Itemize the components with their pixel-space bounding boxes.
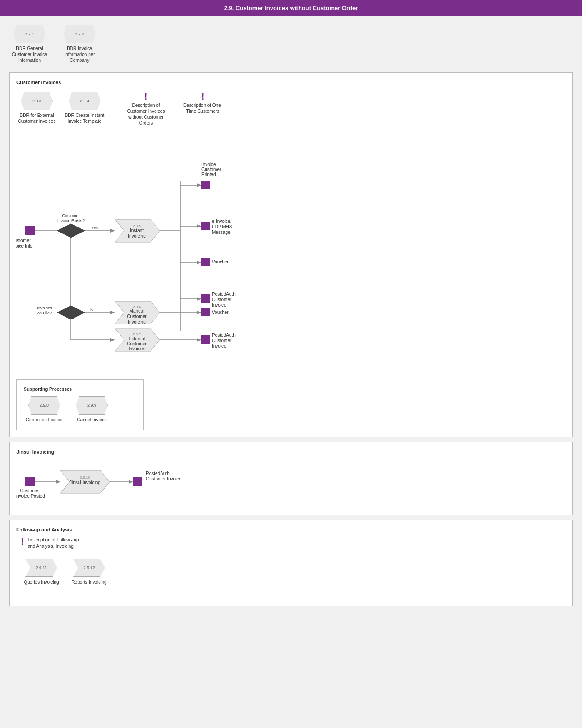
hex-294: 2.9.4 [69,92,100,110]
top-item-1: 2.9.1 BDR General Customer Invoice Infor… [9,25,50,63]
svg-text:Invoicing: Invoicing [128,319,146,324]
hex-293-label: BDR for External Customer Invoices [16,112,57,124]
svg-text:Message: Message [212,230,231,235]
svg-text:Customer: Customer [127,314,147,319]
svg-text:Customer: Customer [212,338,232,343]
supporting-title: Supporting Processes [24,387,136,392]
hex-298-id: 2.9.8 [40,403,49,408]
hex-2911-id: 2.9.11 [35,566,47,570]
customer-invoices-top-row: 2.9.3 BDR for External Customer Invoices… [16,92,566,126]
svg-marker-32 [197,338,201,342]
hex-291: 2.9.1 [14,25,45,43]
svg-text:Invoice Posted: Invoice Posted [16,494,45,499]
jinsui-end-sq [133,477,142,486]
desc-label-1: Description of Customer Invoices without… [125,102,166,126]
followup-2912: 2.9.12 Reports Invoicing [69,559,110,585]
bdr-293: 2.9.3 BDR for External Customer Invoices [16,92,57,124]
supporting-processes-box: Supporting Processes 2.9.8 Correction In… [16,379,144,430]
hex-294-id: 2.9.4 [80,99,89,103]
svg-marker-14 [197,261,201,264]
svg-text:Invoice: Invoice [212,344,226,349]
svg-text:Customer: Customer [212,297,232,302]
svg-text:2.9.5: 2.9.5 [133,224,141,228]
svg-text:Manual: Manual [130,308,145,313]
jinsui-start-sq [25,477,35,486]
diamond1-label-line1: Customer [62,213,80,218]
svg-marker-27 [110,338,115,342]
desc-icon-2: ! [201,92,205,101]
page-title: 2.9. Customer Invoices without Customer … [0,0,582,16]
hex-292: 2.9.2 [64,25,95,43]
hex-2912-id: 2.9.12 [83,566,95,570]
hex-299-label: Cancel Invoice [77,417,107,423]
top-item-2: 2.9.2 BDR Invoice Information per Compan… [59,25,100,63]
svg-text:Voucher: Voucher [212,259,229,264]
hex-293: 2.9.3 [21,92,53,110]
svg-marker-2 [110,229,115,233]
diamond2-label-line2: on File? [37,311,52,315]
followup-section: Follow-up and Analysis ! Description of … [9,520,573,606]
hex-2912-label: Reports Invoicing [71,579,106,585]
followup-title: Follow-up and Analysis [16,527,566,532]
svg-marker-16 [197,297,201,301]
svg-text:Invoicing: Invoicing [128,233,146,238]
start-label: Customer [16,238,31,243]
followup-desc-label: Description of Follow - up and Analysis,… [28,537,82,550]
svg-text:2.9.10: 2.9.10 [80,475,90,480]
svg-marker-41 [129,480,133,484]
supp-298: 2.9.8 Correction Invoice [24,396,65,423]
hex-2911: 2.9.11 [25,559,57,577]
diamond1-label-line2: Invoice Exists? [57,218,85,223]
hex-299: 2.9.9 [76,396,108,415]
customer-invoices-section: Customer Invoices 2.9.3 BDR for External… [9,72,573,437]
svg-text:Jinsui Invoicing: Jinsui Invoicing [70,480,100,485]
output-3-sq [201,258,210,266]
svg-marker-25 [197,311,201,314]
svg-marker-6 [197,183,201,187]
svg-text:EDI/ MHS: EDI/ MHS [212,224,232,229]
svg-text:Invoice: Invoice [212,303,226,308]
svg-text:External: External [129,336,146,341]
svg-text:e-Invoice/: e-Invoice/ [212,219,232,224]
svg-text:Customer: Customer [127,341,147,346]
svg-text:Invoice Info: Invoice Info [16,243,33,248]
supp-299: 2.9.9 Cancel Invoice [71,396,112,423]
svg-text:Customer Invoice: Customer Invoice [146,476,181,481]
svg-text:Invoice: Invoice [201,162,216,167]
hex-293-id: 2.9.3 [32,99,41,103]
svg-marker-10 [197,224,201,228]
diamond-1 [57,224,85,238]
svg-marker-20 [110,311,115,314]
jinsui-flow-diagram: Customer Invoice Posted 2.9.10 Jinsui In… [16,461,244,507]
hex-291-label: BDR General Customer Invoice Information [9,46,50,63]
jinsui-title: Jinsui Invoicing [16,449,566,455]
svg-text:PostedAuth: PostedAuth [212,292,236,297]
svg-text:PostedAuth: PostedAuth [146,471,170,476]
desc-label-2: Description of One-Time Customers [182,102,223,114]
hex-292-label: BDR Invoice Information per Company [59,46,100,63]
hex-298-label: Correction Invoice [26,417,63,423]
jinsui-section: Jinsui Invoicing Customer Invoice Posted… [9,442,573,515]
output-2-sq [201,222,210,230]
hex-298: 2.9.8 [28,396,60,415]
top-section: 2.9.1 BDR General Customer Invoice Infor… [0,16,582,68]
svg-text:Invoices: Invoices [129,346,146,351]
no-label: No [90,308,96,312]
hex-291-id: 2.9.1 [25,32,34,36]
svg-marker-38 [56,480,60,484]
desc-item-1: ! Description of Customer Invoices witho… [125,92,166,126]
output-4-sq [201,294,210,303]
customer-invoices-title: Customer Invoices [16,80,566,85]
svg-text:Customer: Customer [201,167,221,172]
hex-292-id: 2.9.2 [75,32,84,36]
bdr-294: 2.9.4 BDR Create Instant Invoice Templat… [64,92,105,124]
hex-2912: 2.9.12 [73,559,105,577]
followup-hexes: 2.9.11 Queries Invoicing 2.9.12 Reports … [16,559,566,585]
diamond-2 [57,306,85,319]
flow-diagram: Customer Invoice Info Customer Invoice E… [16,135,453,372]
output-297-sq [201,335,210,344]
supporting-hexes: 2.9.8 Correction Invoice 2.9.9 Cancel In… [24,396,136,423]
desc-item-2: ! Description of One-Time Customers [182,92,223,114]
svg-text:Voucher: Voucher [212,310,229,315]
svg-text:Customer: Customer [20,488,40,493]
